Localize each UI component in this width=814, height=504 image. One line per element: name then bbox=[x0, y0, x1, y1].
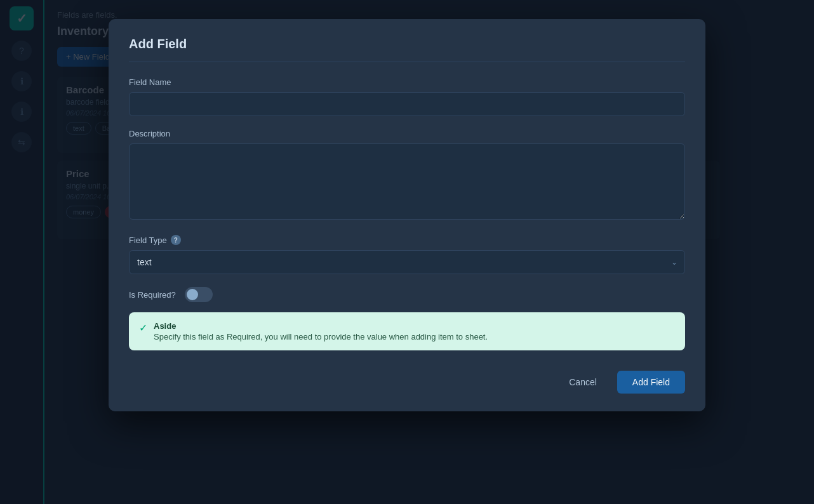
field-type-help-icon[interactable]: ? bbox=[171, 235, 181, 245]
modal-title: Add Field bbox=[129, 37, 685, 62]
field-name-input[interactable] bbox=[129, 92, 685, 116]
description-label: Description bbox=[129, 129, 685, 138]
is-required-row: Is Required? bbox=[129, 287, 685, 302]
field-type-group: Field Type ? text number money date date… bbox=[129, 235, 685, 274]
add-field-modal: Add Field Field Name Description Field T… bbox=[109, 19, 705, 411]
description-input[interactable] bbox=[129, 143, 685, 220]
modal-overlay: Add Field Field Name Description Field T… bbox=[0, 0, 814, 504]
aside-box: ✓ Aside Specify this field as Required, … bbox=[129, 312, 685, 350]
modal-footer: Cancel Add Field bbox=[129, 366, 685, 394]
toggle-thumb bbox=[187, 289, 198, 300]
is-required-label: Is Required? bbox=[129, 290, 176, 300]
cancel-button[interactable]: Cancel bbox=[556, 371, 610, 394]
add-field-button[interactable]: Add Field bbox=[617, 371, 685, 394]
field-name-label: Field Name bbox=[129, 77, 685, 87]
description-group: Description bbox=[129, 129, 685, 222]
field-type-label: Field Type ? bbox=[129, 235, 685, 245]
aside-content: Aside Specify this field as Required, yo… bbox=[154, 321, 488, 342]
is-required-toggle[interactable] bbox=[185, 287, 213, 302]
aside-title: Aside bbox=[154, 321, 488, 331]
field-name-group: Field Name bbox=[129, 77, 685, 116]
aside-text: Specify this field as Required, you will… bbox=[154, 332, 488, 342]
aside-check-icon: ✓ bbox=[139, 322, 147, 334]
field-type-select-wrapper: text number money date datetime options … bbox=[129, 250, 685, 274]
field-type-select[interactable]: text number money date datetime options … bbox=[129, 250, 685, 274]
